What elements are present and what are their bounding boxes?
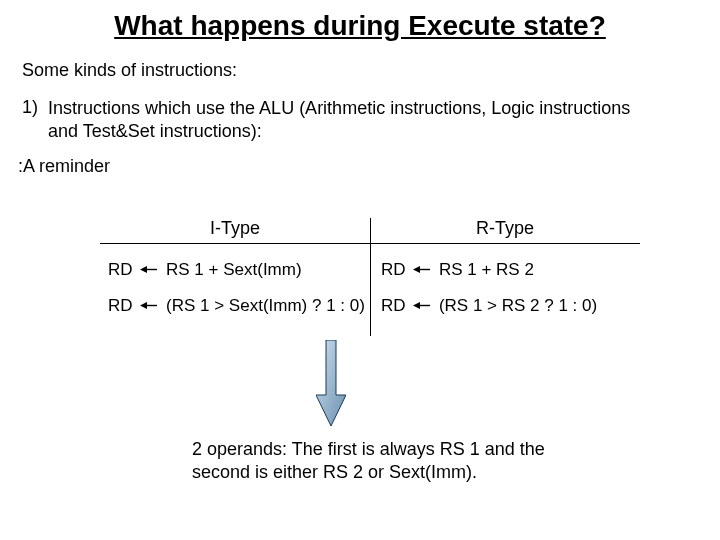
cell-text: RS 1 + RS 2 [439,260,534,279]
instruction-table: I-Type R-Type RD RS 1 + Sext(Imm) RD (RS… [100,218,640,344]
col-header-rtype: R-Type [370,218,640,243]
cell-text: (RS 1 > RS 2 ? 1 : 0) [439,296,597,315]
intro-text: Some kinds of instructions: [0,42,720,81]
list-item-1-number: 1) [22,97,48,142]
table-row: RD RS 1 + RS 2 [381,260,632,280]
svg-marker-7 [413,302,420,309]
cell-text: RD [381,260,406,279]
list-item-1-text: Instructions which use the ALU (Arithmet… [48,97,660,142]
table-row: RD RS 1 + Sext(Imm) [108,260,365,280]
table-row: RD (RS 1 > Sext(Imm) ? 1 : 0) [108,296,365,316]
cell-text: RD [108,260,133,279]
page-title: What happens during Execute state? [0,0,720,42]
table-divider [370,218,371,336]
col-header-itype: I-Type [100,218,370,243]
svg-marker-8 [316,340,346,426]
col-rtype: RD RS 1 + RS 2 RD (RS 1 > RS 2 ? 1 : 0) [373,244,640,344]
footnote: 2 operands: The first is always RS 1 and… [192,438,572,483]
cell-text: RD [381,296,406,315]
col-itype: RD RS 1 + Sext(Imm) RD (RS 1 > Sext(Imm)… [100,244,373,344]
left-arrow-icon [413,265,431,274]
reminder-label: :A reminder [0,142,720,177]
cell-text: RS 1 + Sext(Imm) [166,260,302,279]
svg-marker-3 [140,302,147,309]
left-arrow-icon [140,301,158,310]
left-arrow-icon [140,265,158,274]
svg-marker-5 [413,266,420,273]
down-arrow-icon [316,340,346,426]
cell-text: (RS 1 > Sext(Imm) ? 1 : 0) [166,296,365,315]
cell-text: RD [108,296,133,315]
svg-marker-1 [140,266,147,273]
list-item-1: 1) Instructions which use the ALU (Arith… [0,81,720,142]
table-row: RD (RS 1 > RS 2 ? 1 : 0) [381,296,632,316]
left-arrow-icon [413,301,431,310]
